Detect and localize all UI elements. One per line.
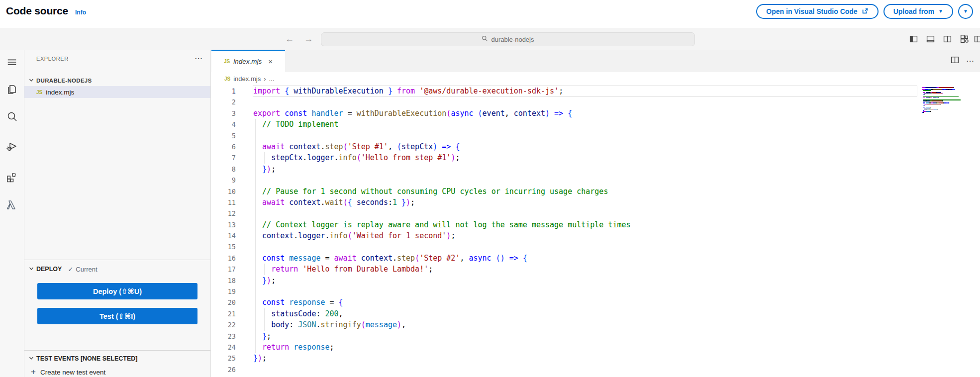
code-token: info [330,231,348,240]
extensions-icon[interactable] [0,171,23,183]
code-editor[interactable]: 1import { withDurableExecution } from '@… [211,86,980,377]
layout-panel-bottom-icon[interactable] [926,35,935,43]
code-line[interactable]: 10 // Pause for 1 second without consumi… [211,186,980,197]
code-line[interactable]: 5 [211,130,980,141]
code-token [437,142,442,151]
code-line[interactable]: 23 }; [211,331,980,342]
code-token: { [568,109,572,118]
code-token: 1 [392,198,397,207]
editor-more-actions-icon[interactable]: ⋯ [966,56,974,66]
code-token: context [262,231,294,240]
breadcrumb-more[interactable]: ... [269,75,275,83]
code-token: async [469,254,491,263]
tab-index-mjs[interactable]: JS index.mjs × [211,50,285,72]
files-icon[interactable] [0,84,23,95]
close-icon[interactable]: × [268,57,273,66]
layout-clipped-icon[interactable] [974,35,980,45]
open-in-vscode-button[interactable]: Open in Visual Studio Code [756,4,878,19]
code-token: { [523,254,527,263]
upload-from-button[interactable]: Upload from ▼ [883,4,953,19]
code-line[interactable]: 17 return 'Hello from Durable Lambda!'; [211,264,980,275]
run-debug-icon[interactable] [0,140,23,152]
menu-icon[interactable] [0,57,23,68]
code-token: ( [496,254,500,263]
code-line[interactable]: 11 await context.wait({ seconds:1 }); [211,197,980,208]
code-line[interactable]: 24 return response; [211,342,980,353]
line-number: 10 [211,186,236,197]
js-file-icon: JS [224,59,230,64]
code-line[interactable]: 16 const message = await context.step('S… [211,253,980,264]
test-events-section-label: TEST EVENTS [NONE SELECTED] [36,355,138,362]
search-icon[interactable] [0,110,23,122]
code-line[interactable]: 4 // TODO implement [211,119,980,130]
command-center-search[interactable]: durable-nodejs [321,32,695,46]
code-token: handler [311,109,343,118]
line-number: 14 [211,230,236,241]
code-line[interactable]: 22 body: JSON.stringify(message), [211,319,980,330]
code-token [253,220,262,229]
code-token: { [339,298,343,307]
split-editor-icon[interactable] [951,56,959,66]
code-token [253,153,271,162]
minimap[interactable] [922,87,965,114]
history-forward-icon[interactable]: → [304,34,313,44]
code-token: 200 [325,309,339,318]
chevron-down-icon [28,354,34,363]
lambda-icon[interactable] [0,199,23,211]
code-line[interactable]: 14 context.logger.info('Waited for 1 sec… [211,230,980,241]
code-line[interactable]: 13 // Context logger is replay aware and… [211,219,980,230]
code-line[interactable]: 21 statusCode: 200, [211,308,980,319]
code-token: ; [410,198,415,207]
layout-split-right-icon[interactable] [943,35,952,43]
header-actions: Open in Visual Studio Code Upload from ▼… [756,4,973,19]
code-token [384,87,388,95]
line-number: 15 [211,241,236,252]
code-line[interactable]: 26 [211,364,980,375]
code-token: stringify [320,320,361,329]
breadcrumb-file[interactable]: index.mjs [233,75,261,83]
code-line[interactable]: 19 [211,286,980,297]
code-line[interactable]: 18 }); [211,275,980,286]
code-token: , [505,109,514,118]
tree-folder-durable-nodejs[interactable]: DURABLE-NODEJS [24,75,210,86]
customize-layout-icon[interactable] [960,34,969,43]
code-line[interactable]: 2 [211,96,980,107]
code-token: = [320,254,334,263]
code-line[interactable]: 9 [211,175,980,186]
code-line[interactable]: 8 }); [211,164,980,175]
code-token [253,254,262,263]
deploy-section-header[interactable]: DEPLOY ✓ Current [24,263,210,275]
more-actions-dropdown-button[interactable]: ▼ [958,4,973,19]
code-line[interactable]: 20 const response = { [211,297,980,308]
code-line[interactable]: 25}); [211,353,980,364]
code-line[interactable]: 15 [211,241,980,252]
code-line[interactable]: 3export const handler = withDurableExecu… [211,108,980,119]
info-link[interactable]: Info [75,9,86,16]
create-test-event-item[interactable]: + Create new test event [24,367,210,377]
test-button[interactable]: Test (⇧⌘I) [37,308,197,324]
code-token: async [451,109,473,118]
code-token: withDurableExecution [294,87,384,95]
open-in-vscode-label: Open in Visual Studio Code [766,7,857,15]
explorer-more-actions-icon[interactable]: ⋯ [195,55,202,63]
deploy-button[interactable]: Deploy (⇧⌘U) [37,283,197,299]
code-token [352,198,357,207]
code-token: ( [357,153,361,162]
chevron-down-icon [28,76,34,85]
editor-pane: JS index.mjs × ⋯ JS index.mjs › ... [211,50,980,377]
code-token: , [401,320,406,329]
tree-file-index-mjs[interactable]: JS index.mjs [24,86,210,98]
code-line[interactable]: 1import { withDurableExecution } from '@… [211,86,980,96]
test-events-section-header[interactable]: TEST EVENTS [NONE SELECTED] [24,354,210,364]
code-token: '@aws/durable-execution-sdk-js' [419,87,559,95]
code-line[interactable]: 6 await context.step('Step #1', (stepCtx… [211,141,980,152]
history-back-icon[interactable]: ← [285,34,294,44]
code-line[interactable]: 7 stepCtx.logger.info('Hello from step #… [211,152,980,163]
layout-sidebar-left-icon[interactable] [909,35,918,43]
code-token: { [348,198,352,207]
code-token: , [460,254,469,263]
code-token: export [253,109,280,118]
code-token: ; [451,231,455,240]
code-line[interactable]: 12 [211,208,980,219]
code-token [397,198,401,207]
